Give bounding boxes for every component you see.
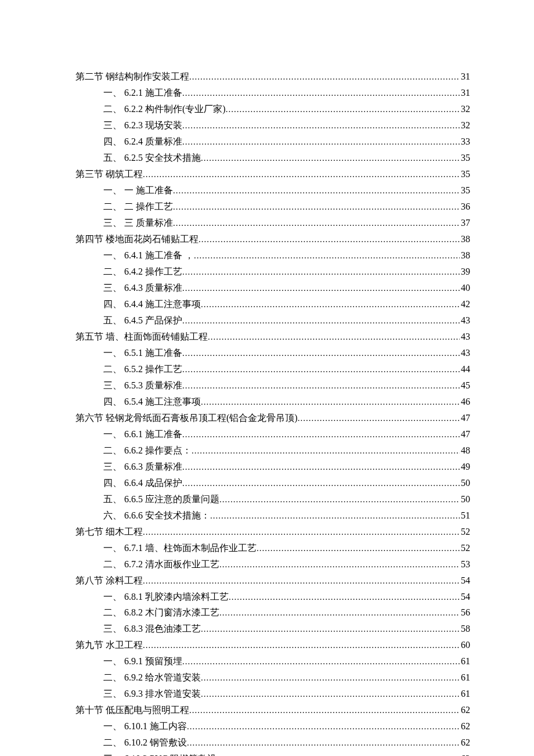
toc-entry-prefix: 四、	[103, 478, 122, 488]
toc-entry: 三、 6.5.3 质量标准45	[75, 379, 470, 393]
toc-entry-prefix: 三、	[103, 689, 122, 699]
toc-leader-dots	[219, 606, 460, 620]
toc-entry-text: 6.6.4 成品保护	[122, 478, 182, 488]
toc-entry-title: 三、 6.10.3 PVC 阻燃管敷设	[103, 752, 217, 756]
toc-leader-dots	[173, 200, 460, 214]
toc-page-number: 56	[460, 606, 470, 620]
toc-entry: 三、 6.4.3 质量标准40	[75, 281, 470, 296]
toc-entry: 一、 6.10.1 施工内容62	[75, 719, 470, 734]
toc-entry-text: 三 质量标准	[122, 218, 173, 228]
toc-entry-text: 6.2.2 构件制作(专业厂家)	[122, 104, 226, 114]
toc-page-number: 45	[460, 379, 470, 393]
toc-entry-title: 三、 6.8.3 混色油漆工艺	[103, 622, 201, 636]
toc-entry-prefix: 第四节	[75, 234, 103, 244]
toc-entry-text: 6.6.1 施工准备	[122, 429, 182, 439]
toc-entry-text: 6.4.4 施工注意事项	[122, 299, 201, 309]
toc-entry-prefix: 三、	[103, 754, 122, 756]
toc-leader-dots	[182, 87, 460, 100]
toc-entry-text: 墙、柱面饰面砖铺贴工程	[103, 332, 208, 341]
toc-entry-title: 一、 6.2.1 施工准备	[103, 86, 182, 100]
toc-page-number: 50	[460, 476, 470, 491]
toc-page-number: 37	[460, 216, 470, 231]
toc-entry-prefix: 五、	[103, 315, 122, 325]
toc-entry-title: 第四节 楼地面花岗石铺贴工程	[75, 232, 199, 247]
toc-leader-dots	[298, 412, 460, 425]
toc-page-number: 44	[460, 362, 470, 377]
toc-leader-dots	[182, 314, 460, 327]
toc-entry: 五、 6.2.5 安全技术措施35	[75, 151, 470, 165]
toc-entry-title: 第三节 砌筑工程	[75, 167, 143, 182]
toc-entry-text: 二 操作工艺	[122, 201, 173, 211]
toc-entry-prefix: 第二节	[75, 71, 103, 81]
toc-entry-prefix: 一、	[103, 592, 122, 602]
toc-leader-dots	[219, 558, 460, 571]
toc-page-number: 38	[460, 232, 470, 247]
toc-entry-prefix: 三、	[103, 218, 122, 228]
toc-entry-title: 一、 6.7.1 墙、柱饰面木制品作业工艺	[103, 541, 257, 556]
toc-entry-text: 钢结构制作安装工程	[103, 71, 189, 81]
toc-entry-text: 一 施工准备	[122, 185, 173, 195]
toc-entry-title: 四、 6.4.4 施工注意事项	[103, 297, 201, 312]
toc-entry-title: 第五节 墙、柱面饰面砖铺贴工程	[75, 330, 208, 344]
toc-entry-title: 第九节 水卫工程	[75, 638, 143, 653]
toc-entry-title: 一、 6.6.1 施工准备	[103, 427, 182, 442]
toc-entry-text: 6.9.2 给水管道安装	[122, 672, 201, 682]
toc-entry-prefix: 二、	[103, 672, 122, 682]
toc-entry: 一、 一 施工准备35	[75, 183, 470, 198]
toc-page-number: 32	[460, 118, 470, 133]
toc-leader-dots	[182, 119, 460, 132]
toc-entry-prefix: 一、	[103, 543, 122, 553]
toc-entry: 二、 6.10.2 钢管敷设62	[75, 736, 470, 750]
toc-entry: 二、 6.6.2 操作要点：48	[75, 444, 470, 458]
toc-entry-title: 五、 6.6.5 应注意的质量问题	[103, 492, 219, 507]
toc-page-number: 43	[460, 346, 470, 361]
toc-leader-dots	[189, 70, 460, 84]
toc-page-number: 46	[460, 395, 470, 409]
toc-leader-dots	[143, 168, 460, 181]
toc-entry-title: 二、 6.10.2 钢管敷设	[103, 736, 187, 750]
toc-entry: 第六节 轻钢龙骨纸面石膏板吊顶工程(铝合金龙骨吊顶)47	[75, 411, 470, 426]
toc-entry: 五、 6.4.5 产品保护43	[75, 314, 470, 328]
toc-entry-title: 一、 6.10.1 施工内容	[103, 719, 187, 734]
toc-entry-prefix: 四、	[103, 397, 122, 406]
toc-entry-prefix: 第十节	[75, 705, 103, 715]
toc-entry-prefix: 一、	[103, 348, 122, 358]
toc-entry-prefix: 三、	[103, 462, 122, 471]
toc-entry-prefix: 一、	[103, 250, 122, 260]
toc-entry-text: 6.5.4 施工注意事项	[122, 397, 201, 406]
toc-entry: 第八节 涂料工程54	[75, 574, 470, 588]
toc-leader-dots	[182, 379, 460, 393]
toc-entry-text: 6.4.2 操作工艺	[122, 267, 182, 276]
toc-entry-title: 二、 6.5.2 操作工艺	[103, 362, 182, 377]
toc-entry-prefix: 四、	[103, 136, 122, 146]
toc-page-number: 39	[460, 265, 470, 279]
toc-leader-dots	[189, 704, 460, 717]
toc-entry-title: 二、 6.8.2 木门窗清水漆工艺	[103, 606, 219, 620]
toc-entry-prefix: 第九节	[75, 640, 103, 650]
toc-leader-dots	[217, 753, 460, 756]
toc-page-number: 62	[460, 703, 470, 718]
toc-entry: 二、 6.4.2 操作工艺39	[75, 265, 470, 279]
toc-entry-text: 细木工程	[103, 527, 143, 537]
toc-entry-text: 6.6.2 操作要点：	[122, 445, 192, 455]
toc-entry-prefix: 一、	[103, 429, 122, 439]
toc-entry-prefix: 第三节	[75, 169, 103, 179]
toc-page-number: 40	[460, 281, 470, 296]
toc-leader-dots	[173, 217, 460, 230]
toc-page-number: 38	[460, 249, 470, 263]
toc-page-number: 47	[460, 427, 470, 442]
toc-entry-prefix: 二、	[103, 737, 122, 747]
toc-leader-dots	[173, 184, 460, 197]
toc-entry-title: 四、 6.5.4 施工注意事项	[103, 395, 201, 409]
toc-entry: 二、 6.2.2 构件制作(专业厂家)32	[75, 102, 470, 117]
toc-entry: 一、 6.8.1 乳胶漆内墙涂料工艺54	[75, 590, 470, 604]
toc-page-number: 50	[460, 492, 470, 507]
toc-page-number: 58	[460, 622, 470, 636]
toc-leader-dots	[182, 347, 460, 360]
toc-entry-text: 6.2.3 现场安装	[122, 120, 182, 130]
toc-entry-title: 第八节 涂料工程	[75, 574, 143, 588]
toc-entry-prefix: 四、	[103, 299, 122, 309]
toc-entry: 三、 三 质量标准37	[75, 216, 470, 231]
toc-leader-dots	[201, 395, 460, 409]
toc-entry-text: 6.7.2 清水面板作业工艺	[122, 559, 219, 569]
